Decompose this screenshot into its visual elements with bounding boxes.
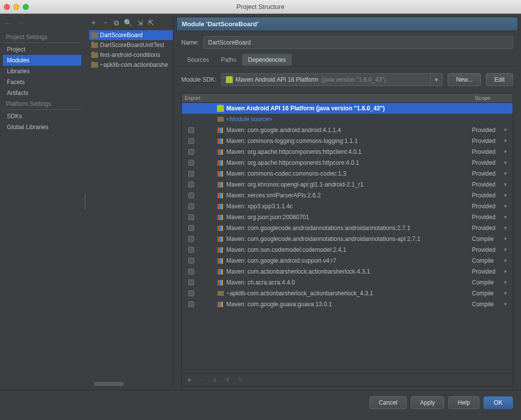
close-window-button[interactable] bbox=[4, 4, 10, 10]
scope-select[interactable]: Provided▼ bbox=[472, 225, 511, 232]
export-checkbox[interactable] bbox=[188, 203, 194, 209]
scope-select[interactable]: Compile▼ bbox=[472, 235, 511, 242]
export-checkbox[interactable] bbox=[188, 192, 194, 198]
export-checkbox[interactable] bbox=[188, 258, 194, 264]
dependency-name: Maven: com.googlecode.androidannotations… bbox=[224, 225, 472, 232]
dependency-name: Maven: ch.acra:acra:4.4.0 bbox=[224, 279, 472, 286]
export-checkbox[interactable] bbox=[188, 280, 194, 285]
minimize-window-button[interactable] bbox=[13, 4, 19, 10]
scope-select[interactable]: Provided▼ bbox=[472, 203, 511, 210]
col-scope: Scope bbox=[472, 93, 513, 102]
back-button[interactable]: ← bbox=[4, 19, 12, 28]
module-sdk-select[interactable]: Maven Android API 16 Platform (java vers… bbox=[221, 73, 443, 86]
dependency-row[interactable]: Maven: org.khronos:opengl-api:gl1.1-andr… bbox=[182, 179, 513, 190]
scope-select[interactable]: Provided▼ bbox=[472, 181, 511, 188]
scope-select[interactable]: Provided▼ bbox=[472, 192, 511, 199]
cancel-button[interactable]: Cancel bbox=[369, 396, 407, 409]
move-up-button[interactable]: ▲ bbox=[211, 375, 218, 384]
tab-dependencies[interactable]: Dependencies bbox=[242, 54, 292, 66]
add-module-button[interactable]: ＋ bbox=[90, 18, 97, 27]
scope-select[interactable]: Compile▼ bbox=[472, 279, 511, 286]
export-checkbox[interactable] bbox=[188, 247, 194, 253]
export-checkbox[interactable] bbox=[188, 171, 194, 177]
nav-item-project[interactable]: Project bbox=[3, 44, 81, 55]
dependency-row[interactable]: Maven: com.actionbarsherlock:actionbarsh… bbox=[182, 266, 513, 277]
nav-item-sdks[interactable]: SDKs bbox=[3, 111, 81, 122]
export-checkbox[interactable] bbox=[188, 290, 194, 296]
scope-select[interactable]: Provided▼ bbox=[472, 138, 511, 144]
dependency-row[interactable]: Maven: com.google.android:android:4.1.1.… bbox=[182, 125, 513, 136]
dependency-row[interactable]: Maven: ch.acra:acra:4.4.0Compile▼ bbox=[182, 277, 513, 288]
dependency-row[interactable]: Maven: commons-logging:commons-logging:1… bbox=[182, 136, 513, 146]
remove-module-button[interactable]: － bbox=[102, 18, 109, 27]
module-item[interactable]: DartScoreBoardUnitTest bbox=[89, 40, 173, 50]
nav-item-artifacts[interactable]: Artifacts bbox=[3, 88, 81, 98]
dependency-row[interactable]: Maven: org.json:json:20080701Provided▼ bbox=[182, 212, 513, 223]
scope-select[interactable]: Compile▼ bbox=[472, 301, 511, 308]
folder-icon bbox=[91, 43, 98, 48]
tab-paths[interactable]: Paths bbox=[215, 54, 242, 66]
scope-select[interactable]: Provided▼ bbox=[472, 127, 511, 134]
export-checkbox[interactable] bbox=[188, 149, 194, 155]
scope-select[interactable]: Compile▼ bbox=[472, 257, 511, 264]
export-checkbox[interactable] bbox=[188, 269, 194, 275]
export-checkbox[interactable] bbox=[188, 301, 194, 307]
tab-sources[interactable]: Sources bbox=[181, 54, 215, 66]
export-checkbox[interactable] bbox=[188, 160, 194, 166]
edit-dep-button[interactable]: ✎ bbox=[237, 375, 243, 384]
dependency-row[interactable]: Maven: com.sun.codemodel:codemodel:2.4.1… bbox=[182, 244, 513, 255]
move-down-button[interactable]: ▼ bbox=[224, 375, 231, 384]
dependency-row[interactable]: ~apklib-com.actionbarsherlock_actionbars… bbox=[182, 288, 513, 299]
add-dep-button[interactable]: ＋ bbox=[186, 375, 193, 384]
export-checkbox[interactable] bbox=[188, 225, 194, 231]
edit-sdk-button[interactable]: Edit bbox=[486, 73, 513, 86]
dependency-row[interactable]: Maven: org.apache.httpcomponents:httpcli… bbox=[182, 146, 513, 157]
nav-item-libraries[interactable]: Libraries bbox=[3, 66, 81, 77]
export-checkbox[interactable] bbox=[188, 138, 194, 144]
horizontal-scrollbar[interactable] bbox=[89, 381, 173, 387]
dependency-row[interactable]: Maven: xpp3:xpp3:1.1.4cProvided▼ bbox=[182, 201, 513, 212]
dependency-row[interactable]: <Module source> bbox=[182, 114, 513, 125]
export-checkbox[interactable] bbox=[188, 182, 194, 187]
dependency-row[interactable]: Maven: com.googlecode.androidannotations… bbox=[182, 223, 513, 233]
nav-item-modules[interactable]: Modules bbox=[3, 55, 81, 66]
dependency-name: Maven: xerces:xmlParserAPIs:2.6.2 bbox=[224, 192, 472, 199]
expand-all-button[interactable]: ⇲ bbox=[137, 19, 143, 27]
dependency-row[interactable]: Maven: com.google.android:support-v4:r7C… bbox=[182, 255, 513, 266]
scope-select[interactable]: Provided▼ bbox=[472, 148, 511, 155]
dependency-row[interactable]: Maven: org.apache.httpcomponents:httpcor… bbox=[182, 157, 513, 168]
find-button[interactable]: 🔍 bbox=[124, 19, 132, 27]
dependency-row[interactable]: Maven: com.googlecode.androidannotations… bbox=[182, 233, 513, 244]
ok-button[interactable]: OK bbox=[483, 396, 513, 409]
export-checkbox[interactable] bbox=[188, 214, 194, 220]
collapse-all-button[interactable]: ⇱ bbox=[148, 19, 154, 27]
module-name-input[interactable] bbox=[204, 36, 513, 49]
module-item[interactable]: fest-android-conditions bbox=[89, 50, 173, 60]
remove-dep-button[interactable]: － bbox=[199, 375, 206, 384]
zoom-window-button[interactable] bbox=[23, 4, 29, 10]
nav-item-facets[interactable]: Facets bbox=[3, 77, 81, 88]
scope-select[interactable]: Provided▼ bbox=[472, 268, 511, 275]
dependency-row[interactable]: Maven: xerces:xmlParserAPIs:2.6.2Provide… bbox=[182, 190, 513, 201]
dependency-row[interactable]: Maven: commons-codec:commons-codec:1.3Pr… bbox=[182, 168, 513, 179]
apply-button[interactable]: Apply bbox=[411, 396, 444, 409]
help-button[interactable]: Help bbox=[448, 396, 479, 409]
copy-module-button[interactable]: ⧉ bbox=[114, 19, 119, 27]
scope-select[interactable]: Provided▼ bbox=[472, 159, 511, 166]
splitter[interactable] bbox=[84, 17, 86, 387]
new-sdk-button[interactable]: New... bbox=[448, 73, 481, 86]
scope-select[interactable]: Compile▼ bbox=[472, 290, 511, 297]
dependency-row[interactable]: Maven Android API 16 Platform (java vers… bbox=[182, 103, 513, 114]
scope-select[interactable]: Provided▼ bbox=[472, 170, 511, 177]
scope-select[interactable]: Provided▼ bbox=[472, 214, 511, 221]
module-item[interactable]: DartScoreBoard bbox=[89, 30, 173, 40]
nav-item-global-libraries[interactable]: Global Libraries bbox=[3, 122, 81, 133]
export-checkbox[interactable] bbox=[188, 236, 194, 242]
module-item[interactable]: ~apklib-com.actionbarshe bbox=[89, 60, 173, 70]
scope-select[interactable]: Provided▼ bbox=[472, 246, 511, 253]
dependency-name: Maven: commons-logging:commons-logging:1… bbox=[224, 138, 472, 144]
export-checkbox[interactable] bbox=[188, 127, 194, 133]
dependency-name: Maven Android API 16 Platform (java vers… bbox=[224, 105, 472, 112]
forward-button[interactable]: → bbox=[17, 19, 25, 28]
dependency-row[interactable]: Maven: com.google.guava:guava:13.0.1Comp… bbox=[182, 299, 513, 310]
